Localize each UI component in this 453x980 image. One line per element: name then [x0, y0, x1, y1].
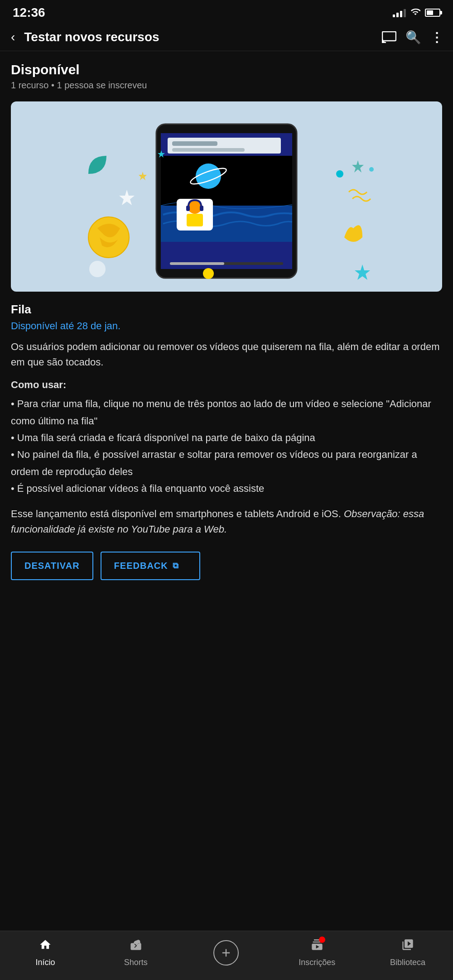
feature-description: Os usuários podem adicionar ou remover o… [11, 339, 442, 370]
nav-item-shorts[interactable]: Shorts [118, 938, 154, 967]
library-icon [401, 938, 414, 954]
section-meta: 1 recurso • 1 pessoa se inscreveu [11, 80, 442, 91]
subscriptions-label: Inscrições [299, 958, 335, 967]
nav-item-library[interactable]: Biblioteca [390, 938, 426, 967]
feature-image [11, 101, 442, 292]
search-icon[interactable]: 🔍 [405, 30, 421, 45]
svg-point-23 [203, 268, 214, 279]
svg-rect-28 [172, 148, 245, 152]
svg-point-8 [369, 167, 374, 172]
section-title: Disponível [11, 62, 442, 77]
bottom-spacer [0, 596, 453, 669]
svg-rect-22 [187, 214, 203, 226]
home-icon [39, 938, 52, 954]
svg-rect-20 [186, 206, 190, 211]
svg-rect-0 [382, 32, 396, 41]
svg-point-5 [89, 261, 106, 277]
main-content: Disponível 1 recurso • 1 pessoa se inscr… [0, 51, 453, 596]
notification-badge [319, 937, 325, 943]
back-button[interactable]: ‹ [9, 28, 17, 46]
how-to-item-1: • Para criar uma fila, clique no menu de… [11, 395, 442, 429]
bottom-navigation: Início Shorts Inscrições Biblioteca [0, 931, 453, 980]
top-navigation: ‹ Testar novos recursos 🔍 ⋮ [0, 24, 453, 51]
subscriptions-icon [311, 938, 323, 954]
how-to-item-3: • No painel da fila, é possível arrastar… [11, 446, 442, 480]
status-time: 12:36 [13, 5, 45, 20]
home-label: Início [35, 958, 55, 967]
wifi-icon [410, 7, 420, 19]
feature-available-date: Disponível até 28 de jan. [11, 320, 442, 332]
how-to-list: • Para criar uma fila, clique no menu de… [11, 395, 442, 497]
svg-rect-27 [172, 141, 217, 146]
nav-item-add[interactable] [208, 940, 244, 966]
svg-point-7 [336, 170, 343, 178]
how-to-title: Como usar: [11, 379, 442, 391]
nav-item-subscriptions[interactable]: Inscrições [299, 938, 335, 967]
add-button[interactable] [213, 940, 239, 966]
action-buttons: DESATIVAR FEEDBACK ⧉ [11, 552, 442, 580]
feature-name: Fila [11, 303, 442, 317]
svg-rect-25 [170, 262, 224, 265]
status-bar: 12:36 [0, 0, 453, 24]
svg-rect-21 [200, 206, 203, 211]
signal-icon [393, 8, 406, 17]
more-options-icon[interactable]: ⋮ [430, 30, 444, 45]
how-to-item-2: • Uma fila será criada e ficará disponív… [11, 429, 442, 446]
status-icons [393, 7, 440, 19]
disable-button[interactable]: DESATIVAR [11, 552, 93, 580]
cast-icon[interactable] [382, 31, 396, 43]
svg-point-3 [88, 217, 129, 258]
nav-item-home[interactable]: Início [27, 938, 63, 967]
shorts-label: Shorts [124, 958, 148, 967]
battery-icon [425, 9, 440, 17]
shorts-icon [130, 938, 142, 954]
how-to-item-4: • É possível adicionar vídeos à fila enq… [11, 480, 442, 497]
external-link-icon: ⧉ [173, 561, 179, 571]
feedback-button[interactable]: FEEDBACK ⧉ [101, 552, 200, 580]
library-label: Biblioteca [390, 958, 425, 967]
home-indicator [0, 975, 453, 980]
feature-note: Esse lançamento está disponível em smart… [11, 506, 442, 537]
page-title: Testar novos recursos [24, 30, 375, 44]
nav-actions: 🔍 ⋮ [382, 30, 444, 45]
